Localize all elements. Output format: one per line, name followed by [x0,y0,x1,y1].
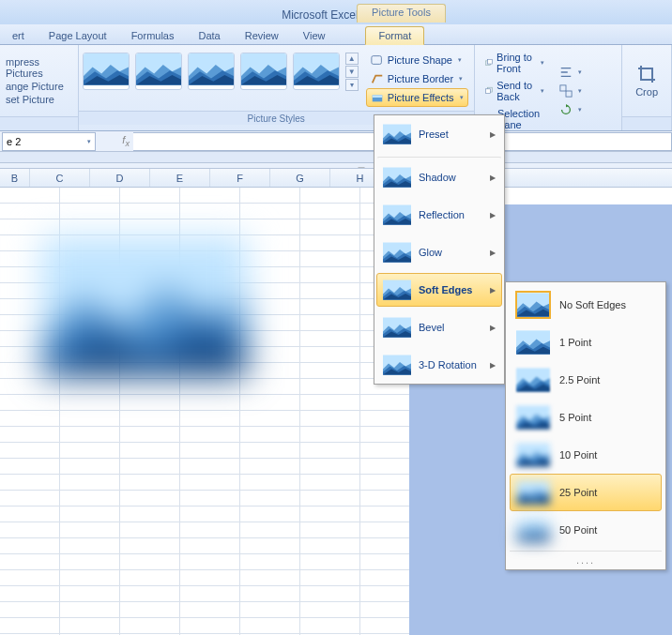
reset-label: set Picture [6,94,54,105]
tab-review[interactable]: Review [233,27,291,44]
align-button[interactable]: ▾ [555,63,616,82]
gallery-expand-button[interactable]: ▾ [345,79,359,91]
tab-page-layout[interactable]: Page Layout [37,27,119,44]
gallery-up-button[interactable]: ▲ [345,53,359,65]
group-label-adjust [0,116,78,130]
effects-soft-edges-label: Soft Edges [419,284,472,295]
tab-formulas[interactable]: Formulas [119,27,187,44]
style-thumb-1[interactable] [83,53,130,90]
chevron-right-icon: ▶ [490,324,496,332]
send-to-back-button[interactable]: Send to Back ▾ [481,77,549,105]
style-thumb-4[interactable] [240,53,287,90]
chevron-down-icon: ▾ [578,106,582,113]
group-label-size [622,116,671,130]
picture-shape-button[interactable]: Picture Shape ▾ [366,51,468,69]
chevron-right-icon: ▶ [490,361,496,370]
soft-edge-25pt-label: 25 Point [559,487,597,498]
effects-soft-edges-item[interactable]: Soft Edges ▶ [376,273,502,307]
effects-glow-item[interactable]: Glow ▶ [376,235,502,269]
effects-reflection-item[interactable]: Reflection ▶ [376,198,502,232]
style-thumb-5[interactable] [293,53,340,90]
chevron-down-icon: ▾ [541,59,544,67]
col-head-C[interactable]: C [30,169,90,187]
crop-label: Crop [635,86,658,98]
picture-effects-menu: Preset ▶ Shadow ▶ Reflection ▶ Glow ▶ So… [374,114,505,385]
chevron-down-icon: ▾ [578,68,582,76]
soft-edge-5pt[interactable]: 5 Point [510,399,662,436]
chevron-down-icon: ▾ [459,75,463,83]
picture-effects-button[interactable]: Picture Effects ▾ [366,88,468,107]
soft-edge-2_5pt[interactable]: 2.5 Point [510,361,662,399]
group-icon [559,84,573,98]
effects-bevel-item[interactable]: Bevel ▶ [376,310,502,344]
svg-rect-14 [566,91,572,97]
soft-edges-submenu: No Soft Edges 1 Point 2.5 Point 5 Point … [505,281,666,570]
ribbon-group-size: Crop [622,45,672,130]
soft-edge-50pt[interactable]: 50 Point [510,511,662,549]
context-tab-picture-tools[interactable]: Picture Tools [357,4,446,23]
soft-edge-more[interactable]: .... [510,551,662,566]
fx-icon[interactable]: fx [122,134,130,148]
effects-reflection-label: Reflection [419,209,465,220]
picture-effects-label: Picture Effects [388,92,454,103]
picture-border-label: Picture Border [388,73,453,84]
send-back-label: Send to Back [496,80,535,102]
bring-to-front-button[interactable]: Bring to Front ▾ [481,49,549,77]
effects-glow-label: Glow [419,247,442,258]
column-header-row: B C D E F G H [0,169,672,188]
title-bar: Microsoft Excel (Trial) [0,0,672,24]
chevron-down-icon: ▾ [460,94,464,101]
tab-insert[interactable]: ert [0,27,37,44]
ribbon: mpress Pictures ange Picture set Picture… [0,45,672,131]
svg-rect-10 [487,59,492,64]
gallery-down-button[interactable]: ▼ [345,66,359,78]
effects-3d-rotation-item[interactable]: 3-D Rotation ▶ [376,348,502,382]
style-thumb-2[interactable] [135,53,182,90]
change-picture-button[interactable]: ange Picture [6,80,72,93]
tab-view[interactable]: View [291,27,338,44]
picture-shape-label: Picture Shape [388,54,452,66]
reset-picture-button[interactable]: set Picture [6,93,72,106]
crop-icon [636,64,657,84]
effects-3d-rotation-label: 3-D Rotation [419,359,477,370]
soft-edge-none[interactable]: No Soft Edges [510,286,662,324]
soft-edge-25pt[interactable]: 25 Point [510,474,662,511]
tab-data[interactable]: Data [186,27,232,44]
compress-label: mpress Pictures [6,56,72,79]
style-thumb-3[interactable] [188,53,235,90]
rotate-button[interactable]: ▾ [555,100,616,119]
name-box[interactable]: e 2 ▾ [2,132,96,151]
soft-edge-1pt-label: 1 Point [559,337,591,348]
svg-rect-8 [373,95,383,98]
spacer [0,152,672,163]
name-box-value: e 2 [7,136,21,147]
send-back-icon [485,84,494,98]
effects-shadow-item[interactable]: Shadow ▶ [376,157,502,194]
effects-bevel-label: Bevel [419,322,445,333]
app-title: Microsoft Excel (Trial) [0,8,672,24]
soft-edge-none-label: No Soft Edges [559,299,626,310]
compress-pictures-button[interactable]: mpress Pictures [6,55,72,80]
tab-format[interactable]: Format [365,26,424,45]
group-button[interactable]: ▾ [555,82,616,100]
chevron-right-icon: ▶ [490,249,496,257]
effects-preset-item[interactable]: Preset ▶ [376,117,502,151]
shape-icon [371,53,384,67]
chevron-right-icon: ▶ [490,174,496,182]
soft-edge-10pt[interactable]: 10 Point [510,436,662,474]
svg-rect-6 [372,56,382,65]
inserted-picture[interactable] [41,236,248,377]
col-head-E[interactable]: E [150,169,210,187]
soft-edge-1pt[interactable]: 1 Point [510,324,662,361]
bring-front-icon [485,56,494,69]
col-head-B[interactable]: B [0,169,30,187]
ribbon-tabs: ert Page Layout Formulas Data Review Vie… [0,24,672,45]
crop-button[interactable]: Crop [628,60,665,101]
picture-border-button[interactable]: Picture Border ▾ [366,69,468,88]
col-head-F[interactable]: F [210,169,270,187]
chevron-right-icon: ▶ [490,130,496,139]
col-head-G[interactable]: G [270,169,330,187]
chevron-down-icon: ▾ [578,87,582,95]
border-icon [371,72,384,85]
col-head-D[interactable]: D [90,169,150,187]
